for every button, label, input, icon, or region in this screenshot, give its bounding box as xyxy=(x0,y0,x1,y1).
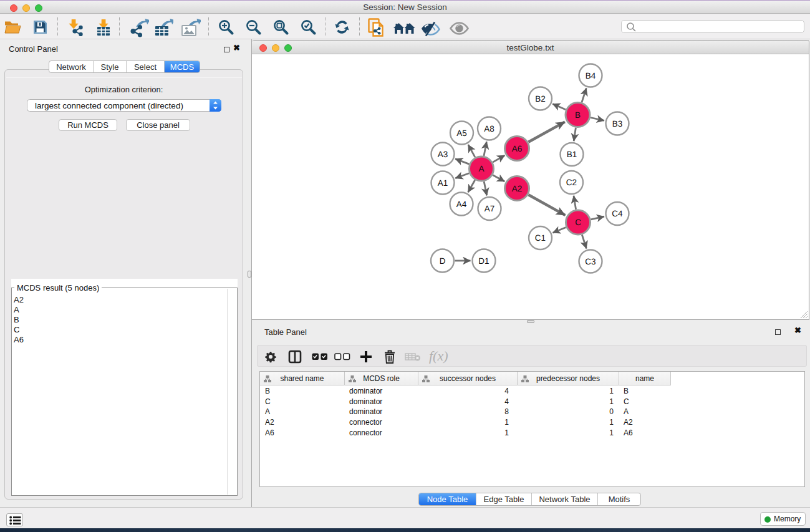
svg-text:B4: B4 xyxy=(586,71,596,80)
svg-text:C3: C3 xyxy=(585,257,595,266)
svg-text:B1: B1 xyxy=(567,150,577,159)
svg-text:A: A xyxy=(478,164,484,173)
svg-text:A7: A7 xyxy=(485,204,495,213)
svg-text:A3: A3 xyxy=(438,150,448,159)
svg-text:A2: A2 xyxy=(512,184,523,193)
svg-text:A5: A5 xyxy=(456,128,467,138)
svg-text:A4: A4 xyxy=(456,200,467,209)
svg-text:A1: A1 xyxy=(438,178,448,188)
svg-text:C2: C2 xyxy=(566,178,577,187)
svg-text:D1: D1 xyxy=(478,256,489,266)
svg-text:D: D xyxy=(440,256,446,266)
svg-text:B2: B2 xyxy=(535,94,546,104)
svg-text:A8: A8 xyxy=(484,124,494,133)
svg-text:C4: C4 xyxy=(612,209,623,218)
svg-text:B: B xyxy=(575,110,581,120)
svg-text:B3: B3 xyxy=(612,119,623,128)
svg-text:A6: A6 xyxy=(512,144,523,153)
svg-text:C: C xyxy=(575,218,581,227)
svg-text:C1: C1 xyxy=(535,233,546,243)
